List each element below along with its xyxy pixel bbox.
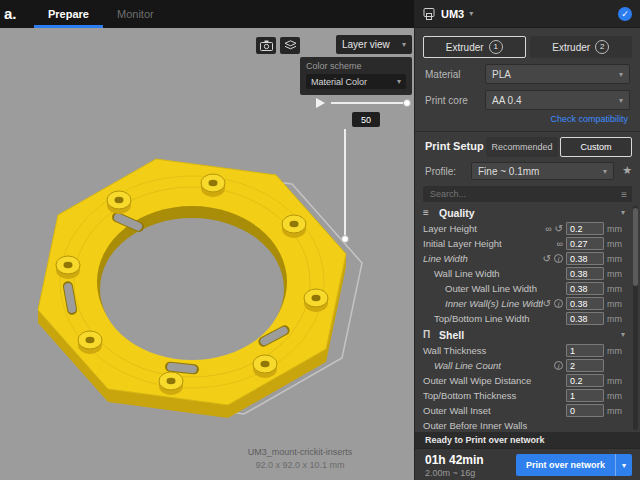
filter-icon[interactable]: ≡ [621,189,627,200]
info-icon[interactable]: i [554,361,563,370]
setting-unit: mm [604,269,627,279]
link-icon[interactable]: ∞ [557,239,563,249]
setting-unit: mm [604,224,627,234]
setting-value-field[interactable]: 0.2 [566,374,604,387]
setting-row: Wall Thickness1mm [415,343,633,358]
setting-row: Inner Wall(s) Line Width↺i0.38mm [415,296,633,311]
setting-row: Line Width↺i0.38mm [415,251,633,266]
setting-row: Outer Wall Inset0mm [415,403,633,418]
recommended-mode-button[interactable]: Recommended [486,137,558,157]
setting-value-field[interactable]: 0.38 [566,267,604,280]
extruder-1-tab[interactable]: Extruder 1 [423,36,526,58]
view-mode-dropdown[interactable]: Layer view ▾ [336,35,412,54]
setting-row: Outer Wall Line Width0.38mm [415,281,633,296]
color-scheme-dropdown[interactable]: Material Color ▾ [306,74,406,89]
setting-value-field[interactable]: 0.27 [566,237,604,250]
setting-unit: mm [604,376,627,386]
info-icon[interactable]: i [554,299,563,308]
material-dropdown[interactable]: PLA ▾ [485,64,630,84]
sidebar-panel: UM3 ▾ ✓ Extruder 1 Extruder 2 Material P… [414,0,640,480]
setting-label: Outer Before Inner Walls [415,420,624,431]
setting-value-field[interactable]: 0.38 [566,252,604,265]
profile-star-icon[interactable]: ★ [622,164,632,177]
top-bar: a. Prepare Monitor [0,0,414,28]
color-scheme-label: Color scheme [306,61,406,71]
layer-slider[interactable] [344,129,346,239]
setting-unit: mm [604,254,627,264]
category-shell[interactable]: ΠShell▾ [415,326,633,343]
setting-value-field[interactable]: 2 [566,359,604,372]
category-title: Quality [439,207,475,219]
extruder-2-tab[interactable]: Extruder 2 [530,36,633,58]
setting-unit: mm [604,346,627,356]
job-footer: 01h 42min 2.00m ~ 16g Print over network… [415,448,640,480]
print-core-dropdown[interactable]: AA 0.4 ▾ [485,90,630,110]
setting-value-field[interactable]: 1 [566,344,604,357]
check-compatibility-link[interactable]: Check compatibility [550,114,628,124]
settings-list: ≡Quality▾Layer Height∞↺0.2mmInitial Laye… [415,204,633,432]
layer-slider-handle[interactable] [341,235,349,243]
settings-search[interactable]: ≡ [423,186,632,202]
setting-row: Top/Bottom Thickness1mm [415,388,633,403]
search-input[interactable] [428,188,621,200]
chevron-down-icon: ▾ [603,167,607,176]
color-scheme-panel: Color scheme Material Color ▾ [300,57,412,95]
revert-icon[interactable]: ↺ [555,223,563,234]
material-value: PLA [492,69,511,80]
setting-icons: ↺i [543,253,563,264]
setting-icons: i [554,361,563,370]
chevron-down-icon: ▾ [619,70,623,79]
setting-value-field[interactable]: 0.38 [566,282,604,295]
setting-value-field[interactable]: 0.2 [566,222,604,235]
model-3d[interactable] [10,140,390,450]
color-scheme-value: Material Color [311,77,367,87]
material-label: Material [425,69,461,80]
chevron-down-icon[interactable]: ▾ [615,454,632,476]
setting-icons: ∞↺ [545,223,563,234]
link-icon[interactable]: ∞ [545,224,551,234]
profile-dropdown[interactable]: Fine ~ 0.1mm ▾ [471,162,614,180]
chevron-down-icon: ▾ [402,40,406,49]
setting-label: Outer Wall Wipe Distance [415,375,563,386]
setting-value-field[interactable]: 0.38 [566,312,604,325]
tab-prepare[interactable]: Prepare [34,0,103,28]
setting-unit: mm [604,314,627,324]
setting-value-field[interactable]: 0 [566,404,604,417]
machine-selector[interactable]: UM3 ▾ ✓ [415,0,640,28]
revert-icon[interactable]: ↺ [543,253,551,264]
tab-monitor[interactable]: Monitor [103,0,168,28]
quality-icon: ≡ [423,207,439,218]
extruder-number-badge: 2 [595,40,609,54]
path-slider-handle[interactable] [403,99,411,107]
camera-icon [260,40,273,51]
path-progress-slider[interactable] [331,102,407,104]
viewport-3d[interactable]: Layer view ▾ Color scheme Material Color… [0,28,414,480]
setting-label: Initial Layer Height [415,238,557,249]
setting-unit: mm [604,391,627,401]
category-quality[interactable]: ≡Quality▾ [415,204,633,221]
revert-icon[interactable]: ↺ [543,298,551,309]
setting-value-field[interactable]: 0.38 [566,297,604,310]
setting-unit: mm [604,284,627,294]
settings-scrollbar[interactable] [633,206,638,430]
extruder-label: Extruder [446,42,484,53]
setting-unit: mm [604,299,627,309]
chevron-down-icon: ▾ [469,9,473,18]
layer-number-badge[interactable]: 50 [352,112,380,127]
custom-mode-button[interactable]: Custom [560,137,632,157]
setting-row: Layer Height∞↺0.2mm [415,221,633,236]
print-over-network-button[interactable]: Print over network ▾ [516,454,632,476]
job-status-text: Ready to Print over network [425,435,545,445]
layers-button[interactable] [280,37,300,54]
setting-row: Wall Line Width0.38mm [415,266,633,281]
play-button[interactable] [316,98,325,108]
info-icon[interactable]: i [554,254,563,263]
setting-label: Wall Line Count [415,360,554,371]
layers-icon [284,40,297,51]
camera-snapshot-button[interactable] [256,37,276,54]
setting-unit: mm [604,239,627,249]
model-dimensions: 92.0 x 92.0 x 10.1 mm [210,460,390,470]
scrollbar-thumb[interactable] [633,208,638,286]
setting-value-field[interactable]: 1 [566,389,604,402]
chevron-down-icon: ▾ [621,330,625,339]
